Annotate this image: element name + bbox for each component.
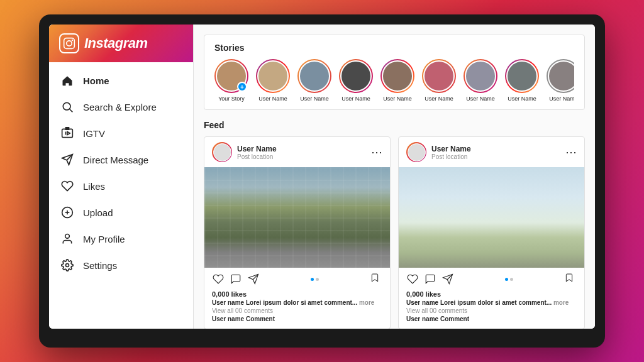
post-actions-2	[399, 268, 584, 288]
story-item-1[interactable]: User Name	[256, 59, 290, 102]
like-button-2[interactable]	[406, 273, 419, 285]
sidebar-item-igtv-label: IGTV	[83, 128, 105, 139]
upload-icon	[60, 206, 74, 219]
post-avatar-1	[212, 142, 232, 162]
story-avatar-inner-6	[465, 60, 496, 92]
comment-user-1: User name	[212, 315, 244, 322]
view-comments-1[interactable]: View all 00 comments	[212, 307, 382, 314]
post-username-1: User Name	[237, 145, 366, 153]
story-label-6: User Name	[466, 96, 495, 102]
story-avatar-2	[297, 59, 331, 93]
sidebar-item-profile[interactable]: My Profile	[49, 226, 193, 252]
post-more-button-2[interactable]: ⋯	[565, 146, 577, 158]
share-button-2[interactable]	[441, 273, 454, 285]
story-avatar-inner-5	[423, 60, 455, 92]
sidebar-item-search[interactable]: Search & Explore	[49, 94, 193, 120]
more-link-1[interactable]: more	[359, 299, 374, 306]
post-more-button-1[interactable]: ⋯	[371, 146, 382, 158]
story-item-6[interactable]: User Name	[464, 59, 497, 102]
story-avatar-6	[464, 59, 497, 93]
sidebar-item-upload[interactable]: Upload	[49, 199, 193, 226]
story-avatar-inner-2	[299, 60, 330, 92]
post-caption-1: User name Lorei ipsum dolor si amet comm…	[212, 299, 382, 306]
story-avatar-inner-3	[340, 60, 372, 92]
svg-point-16	[66, 264, 69, 267]
sidebar-item-likes-label: Likes	[83, 181, 105, 192]
story-item-2[interactable]: User Name	[297, 59, 331, 102]
story-item-7[interactable]: User Name	[505, 59, 539, 102]
story-avatar-5	[422, 59, 456, 93]
sidebar-item-home-label: Home	[83, 75, 109, 86]
comment-button-2[interactable]	[424, 273, 436, 285]
post-footer-2: 0,000 likes User name Lorei ipsum dolor …	[399, 288, 584, 329]
app-name: Instagram	[84, 35, 148, 52]
comment-button-1[interactable]	[230, 273, 242, 285]
story-label-5: User Name	[425, 96, 453, 102]
post-username-2: User Name	[431, 145, 560, 153]
sidebar-item-settings[interactable]: Settings	[49, 252, 193, 278]
profile-icon	[60, 232, 74, 246]
post-header-1: User Name Post location ⋯	[204, 137, 390, 167]
post-header-2: User Name Post location ⋯	[399, 137, 584, 167]
dot-active-2	[505, 278, 508, 281]
laptop-frame: Instagram Home	[39, 14, 605, 348]
stories-row: + Your Story User Name	[214, 59, 574, 102]
story-item-5[interactable]: User Name	[422, 59, 456, 102]
story-avatar-7	[505, 59, 539, 93]
sidebar-item-direct[interactable]: Direct Message	[49, 146, 193, 173]
post-image-1	[204, 167, 390, 268]
view-comments-2[interactable]: View all 00 comments	[406, 307, 577, 314]
story-avatar-8	[547, 59, 574, 93]
caption-user-1: User name	[212, 299, 244, 306]
post-avatar-inner-2	[408, 143, 426, 162]
sidebar-nav: Home Search & Explore	[49, 62, 193, 329]
dot-inactive-1	[316, 278, 319, 281]
story-label-own: Your Story	[218, 96, 245, 102]
bookmark-button-2[interactable]	[564, 273, 577, 285]
story-item-3[interactable]: User Name	[339, 59, 373, 102]
stories-section: Stories + Your Story User	[204, 35, 585, 110]
sidebar-item-upload-label: Upload	[83, 207, 113, 218]
post-location-2: Post location	[431, 153, 560, 160]
svg-marker-9	[67, 132, 70, 135]
post-location-1: Post location	[237, 153, 366, 160]
story-item-own[interactable]: + Your Story	[214, 59, 248, 102]
post-footer-1: 0,000 likes User name Lorei ipsum dolor …	[204, 288, 390, 329]
comment-preview-1: User name Comment	[212, 315, 382, 322]
home-icon	[60, 74, 74, 87]
heart-icon	[60, 179, 74, 193]
story-label-1: User Name	[258, 96, 287, 102]
story-label-3: User Name	[341, 96, 370, 102]
post-user-info-1: User Name Post location	[237, 145, 366, 160]
story-item-4[interactable]: User Name	[380, 59, 414, 102]
bookmark-button-1[interactable]	[370, 273, 382, 285]
svg-point-2	[72, 40, 74, 41]
story-avatar-inner-8	[548, 60, 574, 92]
svg-rect-6	[66, 128, 67, 129]
story-avatar-inner-1	[257, 60, 289, 92]
sidebar-item-search-label: Search & Explore	[83, 102, 157, 112]
dot-inactive-2	[510, 278, 513, 281]
caption-text-2: Lorei ipsum dolor si amet comment...	[440, 299, 552, 306]
like-button-1[interactable]	[212, 273, 225, 285]
post-card-2: User Name Post location ⋯	[398, 136, 585, 329]
more-link-2[interactable]: more	[553, 299, 569, 306]
post-avatar-inner-1	[213, 143, 231, 162]
sidebar-logo[interactable]: Instagram	[49, 25, 193, 62]
sidebar-item-home[interactable]: Home	[49, 67, 193, 94]
igtv-icon	[60, 126, 74, 140]
share-button-1[interactable]	[247, 273, 260, 285]
sidebar-item-direct-label: Direct Message	[83, 155, 148, 165]
post-image-2	[399, 167, 584, 268]
sidebar-item-igtv[interactable]: IGTV	[49, 120, 193, 146]
main-content: Stories + Your Story User	[194, 25, 595, 329]
story-avatar-1	[256, 59, 290, 93]
story-avatar-inner-7	[506, 60, 538, 92]
comment-text-1: Comment	[246, 315, 275, 322]
story-avatar-3	[339, 59, 373, 93]
post-avatar-2	[406, 142, 426, 162]
sidebar-item-likes[interactable]: Likes	[49, 173, 193, 199]
story-item-8[interactable]: User Name	[547, 59, 574, 102]
logo-icon	[59, 33, 79, 53]
dot-active-1	[311, 278, 314, 281]
